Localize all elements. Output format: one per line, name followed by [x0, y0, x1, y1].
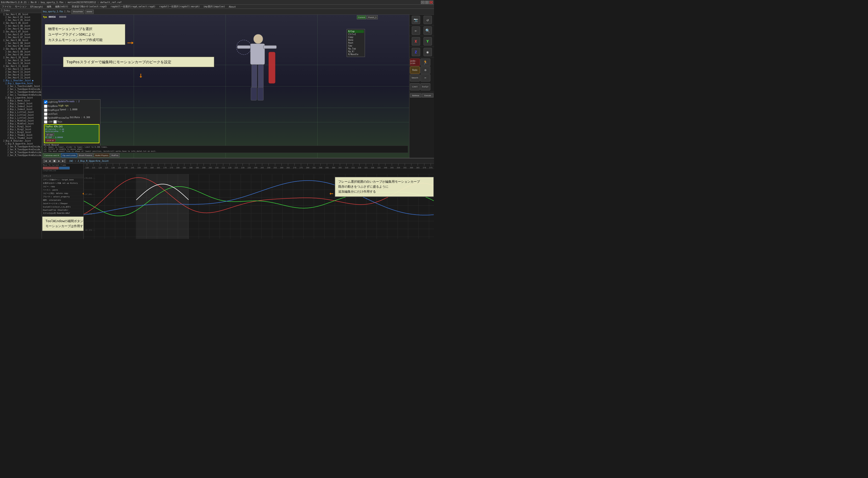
cmd-item-8[interactable]: ScaleAll(セIセがした4ふ算字) [42, 205, 84, 209]
tree-item-24[interactable]: J_Bip_L_UpperArm_Joint [0, 82, 41, 85]
menu-ragd3[interactable]: ragdoll一括選択(ragdoll:morph) [158, 5, 200, 8]
goto-start-btn[interactable]: |◀ [43, 159, 47, 163]
tree-item-15[interactable]: J_Sec_Hair1_10_Joint [0, 56, 41, 59]
cmd-item-0[interactable]: コマンド対象ボーン: target_bone [42, 178, 84, 182]
cameras-ik-btn[interactable]: Cameras and IK [43, 153, 61, 157]
menu-ef[interactable]: EF(morph) [30, 5, 44, 8]
context-menu-item7[interactable]: Rp_Cop [348, 47, 364, 50]
run-icon[interactable]: 🏃 [421, 59, 430, 66]
cmd-item-2[interactable]: コピー: copy [42, 185, 84, 189]
tree-item-4[interactable]: J_Sec_Hair2_06_Joint [0, 25, 41, 28]
redo-button[interactable]: Redo [410, 66, 420, 74]
tree-item-45[interactable]: J_Bip_R_UpperArm_Joint [0, 142, 41, 145]
lighting-checkbox[interactable] [44, 100, 48, 104]
bullet-physics-btn[interactable]: Bullet Physics [94, 153, 110, 157]
timeline-ruler[interactable] [84, 164, 434, 169]
show-hide-button[interactable]: Show/Hide [71, 10, 84, 14]
cmd-item-7[interactable]: JointマークスキップDeeper [42, 202, 84, 205]
camera-icon[interactable]: 📷 [412, 16, 420, 24]
tree-item-32[interactable]: J_Bip_L_Index2_Joint [0, 105, 41, 108]
tree-item-46[interactable]: J_Sec_R_ToesUpperArmInside_01_Joint [0, 145, 41, 148]
context-menu-item5[interactable]: Root [348, 41, 364, 44]
tree-item-18[interactable]: J_Sec_Hair1_11_Joint [0, 65, 41, 68]
tree-item-16[interactable]: J_Sec_Hair2_10_Joint [0, 59, 41, 62]
zoom-icon[interactable]: 🔍 [424, 26, 432, 35]
buttresa-btn[interactable]: Buttresa [410, 93, 422, 98]
prev-frame-btn[interactable]: ◀ [48, 159, 52, 163]
close-button[interactable]: ✕ [429, 1, 433, 4]
menu-imp[interactable]: imp選択(impulse) [203, 5, 226, 8]
tree-item-44[interactable]: J_Bip_R_Shoulder_Joint [0, 140, 41, 142]
tree-item-25[interactable]: J_Sec_L_ToesInside01_Joint [0, 85, 41, 88]
scalpel-button[interactable]: Scalp! [421, 83, 430, 91]
tree-item-33[interactable]: J_Bip_L_Index3_Joint [0, 108, 41, 111]
tree-item-14[interactable]: J_Sec_Hair3_09_Joint [0, 53, 41, 56]
tree-item-39[interactable]: J_Bip_L_Ring1_Joint [0, 125, 41, 128]
cmd-item-9[interactable]: DownloadTree (DownloDir [42, 209, 84, 212]
extra-icon[interactable]: ◉ [424, 48, 432, 56]
thin-checkbox[interactable] [53, 120, 57, 124]
cmd-item-4[interactable]: コピーと消去: delete copy [42, 192, 84, 195]
tree-item-2[interactable]: J_Sec_Hair3_05_Joint [0, 19, 41, 22]
disp-rigid-checkbox[interactable] [44, 108, 48, 112]
execute-btn[interactable]: Execute [422, 93, 433, 98]
tree-item-23[interactable]: J_Bip_L_Shoulder_Joint ● [0, 79, 41, 82]
punch-btn[interactable]: Punch_1 [367, 15, 378, 19]
tree-item-1[interactable]: J_Sec_Hair2_05_Joint [0, 16, 41, 19]
tree-item-10[interactable]: J_Sec_Hair2_08_Joint [0, 42, 41, 45]
cmd-item-10[interactable]: モデル仕込み用 ModelBirdRef [42, 212, 84, 215]
viewport-3d[interactable]: fps 00056 00000 Current Punch_1 R/Cop Ct… [42, 14, 409, 158]
timeline-bar-red[interactable] [43, 167, 59, 169]
tree-item-28[interactable]: J_Sec_L_ToesUpperArmOutside_and_01_Joint [0, 94, 41, 96]
current-btn[interactable]: Current [357, 15, 367, 19]
tree-item-42[interactable]: J_Bip_L_Thumb1_Joint [0, 134, 41, 137]
context-menu-item[interactable]: R/Cop [348, 30, 364, 33]
tree-item-3[interactable]: J_Sec_Hair1_06_Joint [0, 22, 41, 25]
tree-item-36[interactable]: J_Bip_L_Little3_Joint [0, 116, 41, 120]
stop-btn[interactable]: ■ [52, 159, 57, 163]
context-menu-item9[interactable]: R/Noodle [348, 53, 364, 56]
tree-item-22[interactable]: J_Sec_Hair5_11_Joint [0, 76, 41, 79]
scissors-icon[interactable]: ✂ [421, 74, 430, 81]
undo-button[interactable]: undo-icon [410, 59, 420, 66]
dip-limits-btn[interactable]: Dip and Limits [61, 153, 77, 157]
maximize-button[interactable]: □ [425, 1, 429, 4]
tree-item-49[interactable]: J_Sec_R_ToesUpperArmOutside_and_01_Joint [0, 154, 41, 157]
tree-item-38[interactable]: J_Bip_L_Middle3_Joint [0, 122, 41, 125]
menu-motion[interactable]: モーション [14, 5, 28, 8]
tree-item-6[interactable]: J_Sec_Hair1_07_Joint [0, 30, 41, 33]
tree-item-17[interactable]: J_Sec_Hair3_10_Joint [0, 62, 41, 65]
tree-item-40[interactable]: J_Bip_L_Ring2_Joint [0, 128, 41, 131]
menu-edit2[interactable]: 編集(edit) [54, 5, 69, 8]
tree-item-7[interactable]: J_Sec_Hair2_07_Joint [0, 33, 41, 36]
tree-item-30[interactable]: J_Bip_L_Hand_Joint [0, 99, 41, 102]
context-menu-item2[interactable]: Ctrl+2 [348, 33, 364, 36]
z-axis-icon[interactable]: Z [412, 48, 420, 56]
delete-button[interactable]: delete [85, 10, 94, 14]
cmd-item-3[interactable]: ペースト: paste [42, 189, 84, 192]
x100-checkbox[interactable] [44, 120, 48, 124]
goto-end-btn[interactable]: ▶| [62, 159, 66, 163]
menu-about[interactable]: About [228, 5, 237, 8]
next-frame-btn[interactable]: ▶ [57, 159, 61, 163]
smooth-button[interactable]: Smooth [410, 74, 420, 81]
tree-item-34[interactable]: J_Bip_L_Little1_Joint [0, 111, 41, 114]
rot-pos-btn[interactable]: RotPos [110, 153, 120, 157]
tree-item-41[interactable]: J_Bip_L_Ring3_Joint [0, 131, 41, 134]
tree-item-29[interactable]: J_Bip_L_LowerArm_Joint [0, 96, 41, 99]
tree-item-43[interactable]: J_Bip_L_Thumb2_Joint [0, 137, 41, 140]
tree-item-8[interactable]: J_Sec_Hair3_07_Joint [0, 36, 41, 39]
tree-item-9[interactable]: J_Sec_Hair1_08_Joint [0, 39, 41, 42]
minimize-button[interactable]: ─ [421, 1, 425, 4]
lock-tool-checkbox[interactable] [44, 112, 48, 116]
tree-item-20[interactable]: J_Sec_Hair3_11_Joint [0, 71, 41, 73]
context-menu-item3[interactable]: Copy [348, 36, 364, 39]
y-axis-icon[interactable]: Y [424, 37, 432, 45]
cmd-item-6[interactable]: 補間: interpolate [42, 199, 84, 202]
tree-item-37[interactable]: J_Bip_L_Middle2_Joint [0, 120, 41, 122]
limit-button[interactable]: Limit [410, 83, 420, 91]
tree-item-48[interactable]: J_Sec_R_ToesUpperArmOutside_01_Joint [0, 151, 41, 154]
arrow-left-icon[interactable]: ← [412, 26, 420, 35]
tree-item-5[interactable]: J_Sec_Hair3_06_Joint [0, 28, 41, 30]
context-menu-item8[interactable]: Rp_K! [348, 50, 364, 53]
